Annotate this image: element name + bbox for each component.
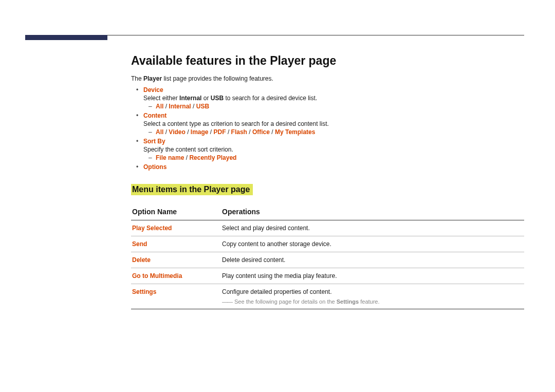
sub-options-line: All / Video / Image / PDF / Flash / Offi… (156, 128, 315, 136)
text: See the following page for details on th… (234, 298, 337, 305)
feature-desc: Specify the content sort criterion. (143, 146, 524, 153)
sep: / (186, 128, 191, 136)
opt-name: Settings (131, 284, 221, 309)
opt: Recently Played (189, 154, 236, 161)
opt: Office (252, 128, 270, 136)
sub-options: All / Video / Image / PDF / Flash / Offi… (143, 128, 524, 136)
opt: Flash (231, 128, 247, 136)
opt-name: Send (131, 236, 221, 252)
bold-internal: Internal (179, 95, 201, 102)
feature-title: Sort By (143, 138, 524, 145)
opt: File name (156, 154, 184, 161)
feature-options: Options (131, 163, 524, 171)
bold-settings: Settings (337, 298, 359, 305)
text: feature. (359, 298, 379, 305)
opt-name: Go to Multimedia (131, 268, 221, 284)
text: Select either (143, 95, 179, 102)
section-subheading: Menu items in the Player page (131, 184, 253, 195)
opt: Image (191, 128, 209, 136)
opt: Video (169, 128, 185, 136)
opt-operation: Copy content to another storage device. (221, 236, 524, 252)
table-row: Send Copy content to another storage dev… (131, 236, 524, 252)
sep: / (209, 128, 214, 136)
table-row: Settings Configure detailed properties o… (131, 284, 524, 309)
sub-options-line: File name / Recently Played (156, 154, 236, 161)
sep: / (247, 128, 252, 136)
feature-title: Device (143, 86, 524, 94)
opt: All (156, 128, 163, 136)
sub-options: File name / Recently Played (143, 154, 524, 161)
table-header-row: Option Name Operations (131, 204, 524, 220)
feature-desc: Select a content type as criterion to se… (143, 120, 524, 127)
opt: USB (196, 103, 209, 110)
sep: / (163, 103, 169, 110)
text: or (201, 95, 210, 102)
document-page: Available features in the Player page Th… (0, 35, 555, 309)
text: to search for a desired device list. (224, 95, 317, 102)
header-accent-bar (25, 35, 107, 40)
opt: PDF (214, 128, 226, 136)
sub-options: All / Internal / USB (143, 103, 524, 110)
opt-name: Delete (131, 252, 221, 268)
opt-name: Play Selected (131, 220, 221, 236)
settings-note: ――See the following page for details on … (222, 298, 522, 305)
opt-operation: Select and play desired content. (221, 220, 524, 236)
table-row: Delete Delete desired content. (131, 252, 524, 268)
sep: / (226, 128, 231, 136)
sep: / (191, 103, 196, 110)
opt: All (156, 103, 163, 110)
col-option-name: Option Name (131, 204, 221, 220)
bold-usb: USB (211, 95, 224, 102)
opt: My Templates (275, 128, 315, 136)
page-title: Available features in the Player page (131, 54, 524, 68)
opt-operation: Delete desired content. (221, 252, 524, 268)
feature-title: Options (143, 163, 524, 171)
opt-operation: Configure detailed properties of content… (221, 284, 524, 309)
text: Configure detailed properties of content… (222, 288, 331, 295)
feature-sortby: Sort By Specify the content sort criteri… (131, 138, 524, 161)
feature-content: Content Select a content type as criteri… (131, 112, 524, 136)
feature-title: Content (143, 112, 524, 119)
intro-bold: Player (143, 75, 162, 82)
note-dash-icon: ―― (222, 298, 232, 305)
main-content: Available features in the Player page Th… (131, 35, 524, 309)
opt-operation: Play content using the media play featur… (221, 268, 524, 284)
sep: / (163, 128, 169, 136)
sub-option-row: All / Video / Image / PDF / Flash / Offi… (143, 128, 524, 136)
intro-text: The Player list page provides the follow… (131, 75, 524, 82)
feature-list: Device Select either Internal or USB to … (131, 86, 524, 171)
options-table: Option Name Operations Play Selected Sel… (131, 204, 524, 309)
sep: / (270, 128, 275, 136)
feature-desc: Select either Internal or USB to search … (143, 95, 524, 102)
sub-option-row: File name / Recently Played (143, 154, 524, 161)
intro-pre: The (131, 75, 143, 82)
table-row: Play Selected Select and play desired co… (131, 220, 524, 236)
intro-post: list page provides the following feature… (162, 75, 273, 82)
col-operations: Operations (221, 204, 524, 220)
sub-options-line: All / Internal / USB (156, 103, 209, 110)
page-top-rule (26, 35, 524, 35)
feature-device: Device Select either Internal or USB to … (131, 86, 524, 110)
opt: Internal (169, 103, 191, 110)
sep: / (184, 154, 189, 161)
sub-option-row: All / Internal / USB (143, 103, 524, 110)
table-row: Go to Multimedia Play content using the … (131, 268, 524, 284)
